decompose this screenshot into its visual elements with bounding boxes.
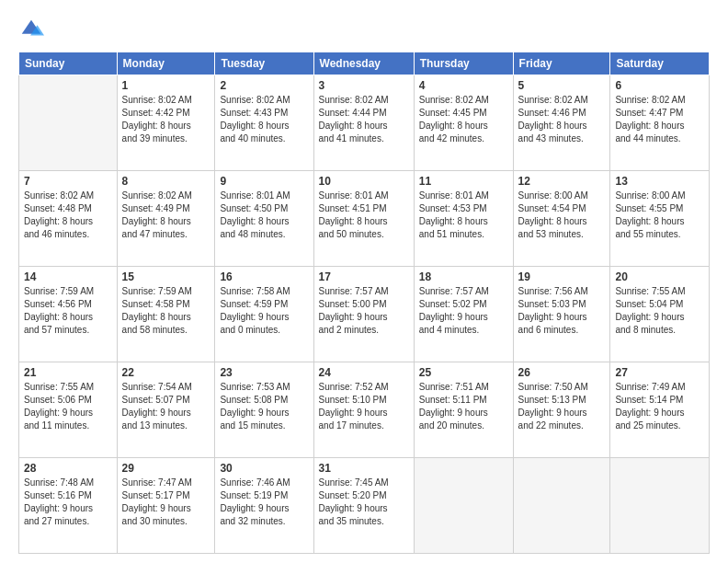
day-number: 27 [615, 366, 704, 379]
day-number: 24 [319, 366, 409, 379]
calendar-cell: 10Sunrise: 8:01 AMSunset: 4:51 PMDayligh… [313, 171, 414, 267]
calendar-cell: 5Sunrise: 8:02 AMSunset: 4:46 PMDaylight… [513, 75, 610, 171]
day-number: 28 [24, 462, 112, 475]
logo [18, 17, 48, 42]
calendar-week-4: 21Sunrise: 7:55 AMSunset: 5:06 PMDayligh… [19, 362, 710, 458]
day-detail: Sunrise: 8:02 AMSunset: 4:48 PMDaylight:… [24, 190, 112, 241]
day-detail: Sunrise: 7:50 AMSunset: 5:13 PMDaylight:… [518, 381, 606, 432]
calendar-cell [19, 75, 118, 171]
calendar-cell: 4Sunrise: 8:02 AMSunset: 4:45 PMDaylight… [414, 75, 513, 171]
day-number: 17 [319, 270, 409, 283]
day-number: 1 [122, 79, 210, 92]
calendar-cell: 6Sunrise: 8:02 AMSunset: 4:47 PMDaylight… [610, 75, 710, 171]
day-detail: Sunrise: 7:55 AMSunset: 5:06 PMDaylight:… [24, 381, 112, 432]
day-number: 26 [518, 366, 606, 379]
day-number: 3 [319, 79, 409, 92]
header [18, 17, 710, 42]
day-number: 8 [122, 175, 210, 188]
calendar-cell: 11Sunrise: 8:01 AMSunset: 4:53 PMDayligh… [414, 171, 513, 267]
logo-icon [18, 17, 44, 42]
calendar-cell: 12Sunrise: 8:00 AMSunset: 4:54 PMDayligh… [513, 171, 610, 267]
day-detail: Sunrise: 7:52 AMSunset: 5:10 PMDaylight:… [319, 381, 409, 432]
calendar-cell: 15Sunrise: 7:59 AMSunset: 4:58 PMDayligh… [117, 267, 215, 362]
calendar-cell: 27Sunrise: 7:49 AMSunset: 5:14 PMDayligh… [610, 362, 710, 458]
day-detail: Sunrise: 8:00 AMSunset: 4:54 PMDaylight:… [518, 190, 606, 241]
calendar-cell: 26Sunrise: 7:50 AMSunset: 5:13 PMDayligh… [513, 362, 610, 458]
day-detail: Sunrise: 7:58 AMSunset: 4:59 PMDaylight:… [220, 285, 308, 337]
calendar-cell: 2Sunrise: 8:02 AMSunset: 4:43 PMDaylight… [215, 75, 313, 171]
day-number: 23 [220, 366, 308, 379]
day-detail: Sunrise: 7:48 AMSunset: 5:16 PMDaylight:… [24, 477, 112, 528]
day-number: 19 [518, 270, 606, 283]
calendar-cell: 3Sunrise: 8:02 AMSunset: 4:44 PMDaylight… [313, 75, 414, 171]
calendar-cell: 18Sunrise: 7:57 AMSunset: 5:02 PMDayligh… [414, 267, 513, 362]
day-detail: Sunrise: 8:01 AMSunset: 4:53 PMDaylight:… [419, 190, 508, 241]
calendar-cell: 28Sunrise: 7:48 AMSunset: 5:16 PMDayligh… [19, 458, 118, 554]
day-detail: Sunrise: 7:47 AMSunset: 5:17 PMDaylight:… [122, 477, 210, 528]
day-detail: Sunrise: 8:00 AMSunset: 4:55 PMDaylight:… [615, 190, 704, 241]
weekday-header-sunday: Sunday [19, 52, 118, 75]
weekday-header-tuesday: Tuesday [215, 52, 313, 75]
day-number: 15 [122, 270, 210, 283]
calendar-week-1: 1Sunrise: 8:02 AMSunset: 4:42 PMDaylight… [19, 75, 710, 171]
day-number: 13 [615, 175, 704, 188]
day-number: 6 [615, 79, 704, 92]
calendar-cell [610, 458, 710, 554]
day-detail: Sunrise: 8:02 AMSunset: 4:42 PMDaylight:… [122, 94, 210, 145]
day-detail: Sunrise: 7:57 AMSunset: 5:02 PMDaylight:… [419, 285, 508, 337]
day-number: 22 [122, 366, 210, 379]
calendar-cell: 23Sunrise: 7:53 AMSunset: 5:08 PMDayligh… [215, 362, 313, 458]
calendar-cell: 1Sunrise: 8:02 AMSunset: 4:42 PMDaylight… [117, 75, 215, 171]
day-detail: Sunrise: 8:01 AMSunset: 4:50 PMDaylight:… [220, 190, 308, 241]
day-detail: Sunrise: 7:56 AMSunset: 5:03 PMDaylight:… [518, 285, 606, 337]
calendar-cell: 7Sunrise: 8:02 AMSunset: 4:48 PMDaylight… [19, 171, 118, 267]
day-detail: Sunrise: 8:02 AMSunset: 4:49 PMDaylight:… [122, 190, 210, 241]
day-number: 14 [24, 270, 112, 283]
calendar-cell [414, 458, 513, 554]
day-number: 2 [220, 79, 308, 92]
weekday-header-thursday: Thursday [414, 52, 513, 75]
calendar-cell: 19Sunrise: 7:56 AMSunset: 5:03 PMDayligh… [513, 267, 610, 362]
calendar-week-5: 28Sunrise: 7:48 AMSunset: 5:16 PMDayligh… [19, 458, 710, 554]
calendar-cell: 22Sunrise: 7:54 AMSunset: 5:07 PMDayligh… [117, 362, 215, 458]
day-detail: Sunrise: 7:51 AMSunset: 5:11 PMDaylight:… [419, 381, 508, 432]
day-detail: Sunrise: 8:02 AMSunset: 4:45 PMDaylight:… [419, 94, 508, 145]
calendar-week-2: 7Sunrise: 8:02 AMSunset: 4:48 PMDaylight… [19, 171, 710, 267]
calendar-cell: 13Sunrise: 8:00 AMSunset: 4:55 PMDayligh… [610, 171, 710, 267]
day-detail: Sunrise: 8:02 AMSunset: 4:47 PMDaylight:… [615, 94, 704, 145]
day-detail: Sunrise: 8:01 AMSunset: 4:51 PMDaylight:… [319, 190, 409, 241]
day-detail: Sunrise: 7:59 AMSunset: 4:56 PMDaylight:… [24, 285, 112, 337]
day-number: 30 [220, 462, 308, 475]
calendar-cell [513, 458, 610, 554]
page: SundayMondayTuesdayWednesdayThursdayFrid… [0, 0, 728, 563]
day-number: 16 [220, 270, 308, 283]
calendar-cell: 20Sunrise: 7:55 AMSunset: 5:04 PMDayligh… [610, 267, 710, 362]
calendar-cell: 29Sunrise: 7:47 AMSunset: 5:17 PMDayligh… [117, 458, 215, 554]
day-detail: Sunrise: 8:02 AMSunset: 4:46 PMDaylight:… [518, 94, 606, 145]
day-detail: Sunrise: 7:46 AMSunset: 5:19 PMDaylight:… [220, 477, 308, 528]
calendar-cell: 17Sunrise: 7:57 AMSunset: 5:00 PMDayligh… [313, 267, 414, 362]
day-detail: Sunrise: 8:02 AMSunset: 4:44 PMDaylight:… [319, 94, 409, 145]
calendar-cell: 30Sunrise: 7:46 AMSunset: 5:19 PMDayligh… [215, 458, 313, 554]
day-number: 29 [122, 462, 210, 475]
calendar-cell: 31Sunrise: 7:45 AMSunset: 5:20 PMDayligh… [313, 458, 414, 554]
day-detail: Sunrise: 7:45 AMSunset: 5:20 PMDaylight:… [319, 477, 409, 528]
calendar-cell: 9Sunrise: 8:01 AMSunset: 4:50 PMDaylight… [215, 171, 313, 267]
calendar-cell: 8Sunrise: 8:02 AMSunset: 4:49 PMDaylight… [117, 171, 215, 267]
day-detail: Sunrise: 7:54 AMSunset: 5:07 PMDaylight:… [122, 381, 210, 432]
day-number: 7 [24, 175, 112, 188]
day-number: 10 [319, 175, 409, 188]
day-number: 4 [419, 79, 508, 92]
day-number: 20 [615, 270, 704, 283]
calendar-table: SundayMondayTuesdayWednesdayThursdayFrid… [18, 52, 710, 554]
day-detail: Sunrise: 7:59 AMSunset: 4:58 PMDaylight:… [122, 285, 210, 337]
day-number: 12 [518, 175, 606, 188]
day-number: 9 [220, 175, 308, 188]
day-detail: Sunrise: 8:02 AMSunset: 4:43 PMDaylight:… [220, 94, 308, 145]
day-number: 5 [518, 79, 606, 92]
calendar-cell: 21Sunrise: 7:55 AMSunset: 5:06 PMDayligh… [19, 362, 118, 458]
calendar-cell: 25Sunrise: 7:51 AMSunset: 5:11 PMDayligh… [414, 362, 513, 458]
weekday-header-saturday: Saturday [610, 52, 710, 75]
day-number: 21 [24, 366, 112, 379]
day-number: 25 [419, 366, 508, 379]
